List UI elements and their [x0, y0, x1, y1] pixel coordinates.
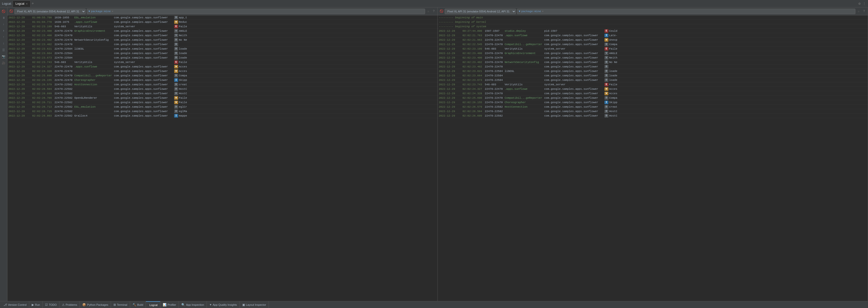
log-package: com.google.samples.apps.sunflower — [544, 56, 604, 59]
log-pid: 22470-22582 — [55, 114, 74, 117]
log-message: Faile — [609, 83, 617, 86]
status-item-run[interactable]: ▶ Run — [29, 301, 42, 308]
scroll-up-icon[interactable]: ↑ — [1, 34, 7, 40]
log-date: 2022-12-29 — [439, 74, 461, 77]
status-item-app-inspection[interactable]: 🔍 App Inspection — [179, 301, 207, 308]
log-date: 2022-12-29 — [8, 34, 31, 37]
right-device-select[interactable]: Pixel XL API 31 (emulator-5554) Android … — [445, 9, 516, 14]
log-pid: 22470-22470 — [485, 34, 505, 37]
log-tag: libEGL — [74, 47, 114, 50]
table-row: 2022-12-29 02:02:23.402 22470-22470 Netw… — [7, 38, 437, 42]
left-filter-text: package:mine — [91, 10, 111, 13]
left-star-btn[interactable]: ☆ — [426, 9, 431, 13]
filter-icon[interactable]: ☰ — [1, 47, 7, 53]
right-filter-box[interactable]: ▼ package:mine ✕ — [517, 9, 856, 14]
status-item-build[interactable]: 🔨 Build — [130, 301, 146, 308]
clear-icon[interactable]: 🚫 — [1, 8, 7, 15]
right-log-content[interactable]: --------- beginning of main--------- beg… — [438, 16, 868, 301]
log-message: Skipp — [609, 101, 617, 104]
log-pid: 22470-22470 — [485, 92, 505, 95]
status-item-logcat[interactable]: Logcat — [146, 301, 160, 308]
left-device-select[interactable]: Pixel XL API 31 (emulator-5554) Android … — [14, 9, 86, 14]
log-message: loade — [609, 79, 617, 82]
log-message: mappe — [179, 114, 187, 117]
log-package: com.google.samples.apps.sunflower — [544, 43, 604, 46]
log-time: 02:02:26.579 — [463, 105, 485, 108]
log-time: 02:02:23.199 — [32, 25, 55, 28]
build-label: Build — [137, 303, 143, 306]
pause-icon[interactable]: ⏸ — [1, 15, 7, 21]
log-pid: 22470-22470 — [55, 65, 74, 68]
log-time: 02:02:23.664 — [463, 74, 485, 77]
terminal-label: Terminal — [117, 303, 127, 306]
log-package: com.google.samples.apps.sunflower — [544, 65, 604, 68]
screenshot-icon[interactable]: 📷 — [1, 54, 7, 59]
log-date: 2022-12-29 — [8, 105, 31, 108]
log-message: Neith — [179, 34, 187, 37]
status-item-python-packages[interactable]: 📦 Python Packages — [80, 301, 111, 308]
log-tag: Choreographer — [505, 101, 544, 104]
table-row: 2022-12-29 02:02:24.328 22470-22470 com.… — [438, 91, 868, 96]
settings-icon[interactable]: ⚙ — [859, 1, 861, 6]
left-log-content[interactable]: 2022-12-29 01:00:55.790 1639-1855 EGL_em… — [7, 16, 437, 301]
scroll-down-icon[interactable]: ↓ — [1, 21, 7, 27]
logcat-tab-close[interactable]: ✕ — [26, 2, 28, 5]
table-row: 2022-12-29 02:02:22.545 22470-22470 Comp… — [438, 42, 868, 47]
vert-dots-icon[interactable]: ⋮ — [863, 1, 866, 6]
log-tag: Compatibil...geReporter — [74, 74, 114, 77]
status-item-profiler[interactable]: 📊 Profiler — [160, 301, 179, 308]
log-date: 2022-12-29 — [8, 65, 31, 68]
left-filter-clear[interactable]: ✕ — [112, 10, 114, 13]
log-package: system_server — [114, 61, 174, 64]
log-tag: Compatibil...geReporter — [505, 43, 544, 46]
logcat-tab[interactable]: Logcat ✕ — [12, 0, 30, 7]
status-item-version-control[interactable]: ⎇ Version Control — [1, 301, 29, 308]
todo-label: TODO — [49, 303, 57, 306]
app-inspection-label: App Inspection — [186, 303, 204, 306]
log-pid: 22470-22582 — [55, 96, 74, 100]
log-message: Acces — [609, 92, 617, 95]
log-tag: studio.deploy — [505, 29, 544, 32]
status-item-todo[interactable]: ☑ TODO — [42, 301, 59, 308]
log-date: 2022-12-29 — [439, 79, 461, 82]
log-message: Skipp — [179, 79, 187, 82]
log-time: 02:02:23.743 — [32, 61, 55, 64]
left-filter-box[interactable]: ▼ package:mine ✕ — [87, 9, 425, 14]
log-message: Faile — [179, 61, 187, 64]
left-clear-btn[interactable]: 🚫 — [9, 9, 13, 13]
table-row: 2022-12-29 01:01:04.770 1639-1675 .apps.… — [7, 20, 437, 24]
right-filter-clear[interactable]: ✕ — [542, 10, 544, 13]
table-row: 2022-12-29 02:02:23.400 22470-22470 Grap… — [7, 29, 437, 33]
log-time: 02:02:23.664 — [32, 52, 55, 55]
add-tab-button[interactable]: + — [31, 1, 34, 6]
log-pid: 22470-22470 — [485, 96, 505, 100]
log-message: Could — [609, 29, 617, 32]
log-message: HostC — [179, 92, 187, 95]
title-bar: Logcat: Logcat ✕ + ⚙ ⋮ — [0, 0, 868, 7]
log-pid: 22470-22470 — [485, 61, 505, 64]
left-help-btn[interactable]: ? — [432, 9, 436, 13]
app-inspection-icon: 🔍 — [181, 303, 185, 307]
table-row: 2022-12-29 02:02:26.584 22470-22582 com.… — [7, 87, 437, 91]
status-item-app-quality-insights[interactable]: ✦ App Quality Insights — [207, 301, 240, 308]
build-icon: 🔨 — [132, 303, 136, 307]
status-item-terminal[interactable]: ⊞ Terminal — [111, 301, 130, 308]
right-clear-btn[interactable]: 🚫 — [439, 9, 444, 13]
log-package: com.google.samples.apps.sunflower — [114, 83, 174, 86]
scroll-bottom-icon[interactable]: ⬇ — [1, 28, 7, 34]
log-pid: 22470-22584 — [485, 70, 505, 73]
right-help-btn[interactable]: ? — [862, 9, 866, 13]
problems-label: Problems — [66, 303, 77, 306]
right-filter-text: package:mine — [522, 10, 541, 13]
scroll-icon[interactable]: ↕ — [1, 41, 7, 47]
status-item-problems[interactable]: ⚠ Problems — [59, 301, 80, 308]
table-row: 2022-12-29 02:02:26.579 22470-22582 Host… — [438, 105, 868, 109]
log-tag: GraphicsEnvironment — [505, 52, 544, 55]
record-icon[interactable]: 🎥 — [1, 60, 7, 66]
log-package: com.google.samples.apps.sunflower — [114, 43, 174, 46]
log-time: 02:02:26.709 — [32, 96, 55, 100]
log-date: 2022-12-29 — [439, 47, 461, 50]
status-item-layout-inspector[interactable]: ▣ Layout Inspector — [240, 301, 269, 308]
right-star-btn[interactable]: ☆ — [856, 9, 861, 13]
log-level-badge: I — [604, 101, 609, 104]
